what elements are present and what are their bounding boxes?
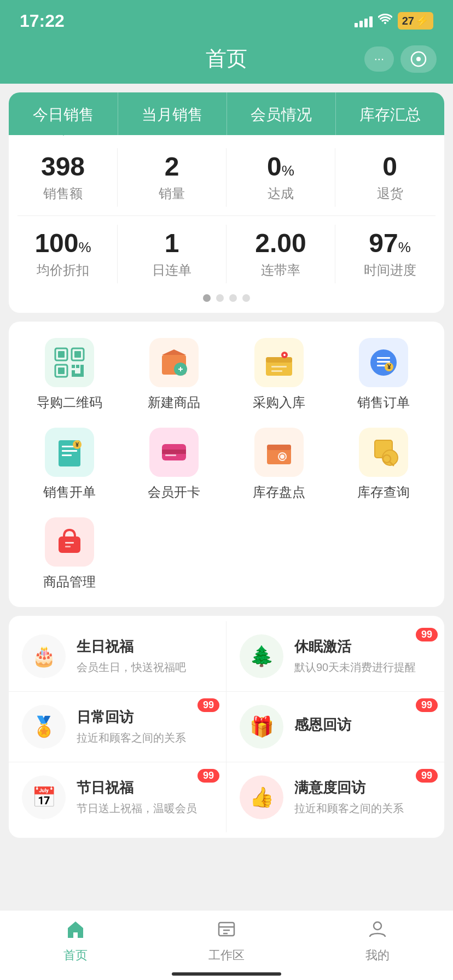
- nav-workspace[interactable]: 工作区: [151, 919, 302, 964]
- stats-cell-sales-amount: 398 销售额: [9, 148, 118, 207]
- birthday-icon: 🎂: [22, 634, 66, 678]
- sales-order-icon: ¥: [359, 338, 408, 387]
- menu-item-inventory-query[interactable]: 库存查询: [334, 428, 434, 501]
- nav-home[interactable]: 首页: [0, 919, 151, 964]
- menu-card: 导购二维码 新建商品: [9, 322, 444, 607]
- stats-row-1: 398 销售额 2 销量 0% 达成 0 退货: [9, 135, 444, 215]
- sleep-badge: 99: [416, 628, 438, 641]
- stats-cell-time-progress: 97% 时间进度: [335, 225, 444, 283]
- menu-label-sales-invoice: 销售开单: [43, 483, 96, 501]
- svg-rect-5: [74, 351, 81, 358]
- header: 首页 ···: [0, 38, 453, 84]
- stats-cell-daily-order: 1 日连单: [118, 225, 226, 283]
- svg-rect-23: [271, 366, 287, 368]
- tab-today-sales[interactable]: 今日销售: [9, 92, 118, 135]
- feature-birthday[interactable]: 🎂 生日祝福 会员生日，快送祝福吧: [9, 621, 226, 692]
- bottom-nav: 首页 工作区 我的: [0, 910, 453, 980]
- stats-card: 今日销售 当月销售 会员情况 库存汇总 398 销售额 2 销量 0% 达成 0…: [9, 92, 444, 313]
- svg-rect-24: [271, 370, 282, 372]
- menu-item-sales-order[interactable]: ¥ 销售订单: [334, 338, 434, 411]
- feature-row-3: 📅 节日祝福 节日送上祝福，温暖会员 99 👍 满意度回访 拉近和顾客之间的关系…: [9, 762, 444, 832]
- feature-daily-visit[interactable]: 🏅 日常回访 拉近和顾客之间的关系 99: [9, 692, 226, 762]
- satisfaction-badge: 99: [416, 769, 438, 783]
- page-dots: [9, 294, 444, 313]
- svg-rect-19: [266, 357, 292, 363]
- menu-item-sales-invoice[interactable]: ¥ 销售开单: [20, 428, 119, 501]
- svg-rect-34: [62, 454, 72, 456]
- tab-inventory-summary[interactable]: 库存汇总: [335, 92, 444, 135]
- home-nav-icon: [66, 919, 85, 944]
- purchase-icon: [254, 338, 304, 387]
- dot-1: [203, 294, 211, 302]
- menu-item-new-product[interactable]: 新建商品: [125, 338, 224, 411]
- stats-cell-achievement: 0% 达成: [226, 148, 335, 207]
- menu-label-sales-order: 销售订单: [357, 394, 410, 411]
- svg-text:¥: ¥: [76, 441, 79, 448]
- nav-profile-label: 我的: [365, 947, 390, 964]
- scan-button[interactable]: [400, 45, 437, 73]
- tab-member-status[interactable]: 会员情况: [226, 92, 335, 135]
- home-indicator: [172, 972, 281, 976]
- feature-gratitude-visit[interactable]: 🎁 感恩回访 99: [226, 692, 444, 762]
- feature-birthday-text: 生日祝福 会员生日，快送祝福吧: [77, 637, 186, 675]
- svg-rect-50: [59, 536, 80, 553]
- status-icons: 27 ⚡: [355, 12, 433, 30]
- svg-point-1: [416, 57, 421, 61]
- menu-item-purchase[interactable]: 采购入库: [229, 338, 329, 411]
- svg-rect-9: [72, 370, 75, 374]
- menu-item-qr-code[interactable]: 导购二维码: [20, 338, 119, 411]
- feature-satisfaction-text: 满意度回访 拉近和顾客之间的关系: [294, 778, 404, 816]
- feature-satisfaction[interactable]: 👍 满意度回访 拉近和顾客之间的关系 99: [226, 762, 444, 832]
- dot-4: [242, 294, 250, 302]
- svg-rect-10: [72, 374, 84, 377]
- svg-rect-27: [377, 361, 390, 363]
- more-button[interactable]: ···: [364, 46, 394, 72]
- menu-label-inventory-check: 库存盘点: [253, 483, 305, 501]
- menu-label-inventory-query: 库存查询: [357, 483, 410, 501]
- qr-code-icon: [45, 338, 94, 387]
- main-content: 今日销售 当月销售 会员情况 库存汇总 398 销售额 2 销量 0% 达成 0…: [0, 84, 453, 901]
- tab-month-sales[interactable]: 当月销售: [118, 92, 226, 135]
- menu-label-product-mgmt: 商品管理: [43, 573, 96, 591]
- feature-sleep-activation[interactable]: 🌲 休眠激活 默认90天未消费进行提醒 99: [226, 621, 444, 692]
- daily-visit-badge: 99: [198, 698, 219, 712]
- feature-row-2: 🏅 日常回访 拉近和顾客之间的关系 99 🎁 感恩回访 99: [9, 692, 444, 762]
- svg-rect-51: [65, 542, 74, 544]
- svg-rect-7: [58, 368, 65, 374]
- menu-item-product-mgmt[interactable]: 商品管理: [20, 517, 119, 591]
- stats-cell-sales-count: 2 销量: [118, 148, 226, 207]
- nav-profile[interactable]: 我的: [302, 919, 453, 964]
- holiday-badge: 99: [198, 769, 219, 783]
- battery-icon: 27 ⚡: [398, 12, 433, 30]
- menu-item-inventory-check[interactable]: 库存盘点: [229, 428, 329, 501]
- new-product-icon: [149, 338, 199, 387]
- status-time: 17:22: [20, 11, 65, 31]
- status-bar: 17:22 27 ⚡: [0, 0, 453, 38]
- menu-item-member-card[interactable]: 会员开卡: [125, 428, 224, 501]
- feature-sleep-text: 休眠激活 默认90天未消费进行提醒: [294, 637, 416, 675]
- gratitude-badge: 99: [416, 698, 438, 712]
- svg-rect-26: [377, 357, 390, 359]
- feature-daily-visit-text: 日常回访 拉近和顾客之间的关系: [77, 708, 186, 745]
- svg-marker-14: [162, 349, 186, 355]
- gratitude-visit-icon: 🎁: [240, 705, 283, 749]
- feature-holiday[interactable]: 📅 节日祝福 节日送上祝福，温暖会员 99: [9, 762, 226, 832]
- inventory-check-icon: [254, 428, 304, 477]
- signal-icon: [355, 14, 373, 27]
- svg-rect-3: [58, 351, 65, 358]
- svg-rect-33: [62, 450, 77, 452]
- svg-rect-38: [162, 450, 186, 454]
- stats-cell-return: 0 退货: [335, 148, 444, 207]
- stats-cell-companion-rate: 2.00 连带率: [226, 225, 335, 283]
- svg-rect-8: [72, 365, 75, 368]
- menu-label-member-card: 会员开卡: [148, 483, 200, 501]
- workspace-nav-icon: [217, 919, 236, 944]
- sleep-activation-icon: 🌲: [240, 634, 283, 678]
- menu-grid: 导购二维码 新建商品: [20, 338, 433, 591]
- svg-rect-39: [165, 454, 176, 456]
- menu-label-purchase: 采购入库: [253, 394, 305, 411]
- menu-label-new-product: 新建商品: [148, 394, 200, 411]
- feature-holiday-text: 节日祝福 节日送上祝福，温暖会员: [77, 778, 197, 816]
- page-title: 首页: [206, 45, 247, 73]
- daily-visit-icon: 🏅: [22, 705, 66, 749]
